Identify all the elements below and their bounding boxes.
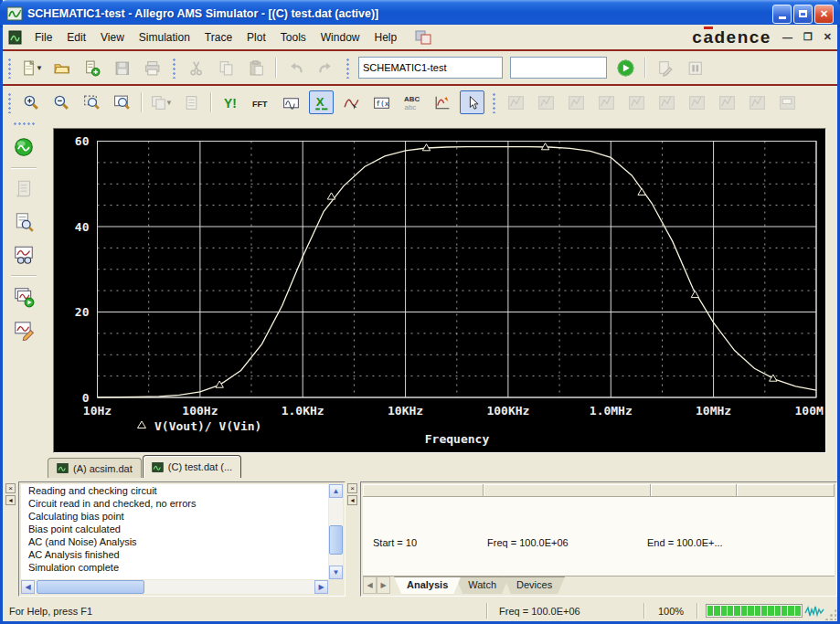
- y-axis-log-button[interactable]: Y!: [218, 90, 243, 114]
- status-tab-strip: ◀ ▶ AnalysisWatchDevices: [363, 576, 835, 594]
- tab-devices[interactable]: Devices: [504, 576, 565, 594]
- column-header[interactable]: [737, 484, 835, 497]
- cursor-search-button: [685, 90, 709, 114]
- measurement-expression-button[interactable]: f(x): [369, 90, 394, 114]
- view-simulation-queue-button[interactable]: [10, 241, 37, 269]
- tab-scroll-right-icon[interactable]: ▶: [377, 576, 390, 594]
- edit-simulation-settings-button[interactable]: [10, 316, 37, 344]
- progress-cell: [714, 606, 719, 616]
- new-simulation-profile-button[interactable]: [80, 56, 104, 79]
- svg-text:1.0KHz: 1.0KHz: [282, 404, 324, 418]
- document-icon: [7, 29, 24, 46]
- view-output-file-button[interactable]: [10, 208, 37, 236]
- sidebar-drag-handle[interactable]: [13, 122, 35, 127]
- cursor-toggle-button[interactable]: [460, 90, 484, 114]
- log-close-icon[interactable]: ×: [5, 483, 16, 493]
- simulation-status-box: Start = 10 Freq = 100.0E+06 End = 100.0E…: [360, 481, 837, 597]
- plot-window: 020406010Hz100Hz1.0KHz10KHz100KHz1.0MHz1…: [43, 119, 837, 481]
- toolbar-separator: [141, 92, 143, 112]
- toolbar-drag-handle[interactable]: [345, 57, 350, 79]
- log-line: Reading and checking circuit: [21, 484, 328, 497]
- toolbar-drag-handle[interactable]: [6, 91, 12, 113]
- run-button[interactable]: [613, 56, 638, 79]
- frequency-response-chart: 020406010Hz100Hz1.0KHz10KHz100KHz1.0MHz1…: [54, 129, 824, 450]
- mdi-restore-button[interactable]: ❐: [803, 31, 813, 43]
- toolbar-drag-handle[interactable]: [491, 91, 496, 113]
- scroll-left-icon[interactable]: ◀: [21, 580, 35, 594]
- tab-analysis[interactable]: Analysis: [394, 576, 461, 594]
- fft-button[interactable]: FFT: [249, 90, 273, 114]
- x-axis-log-button[interactable]: X: [309, 90, 334, 114]
- toolbar-drag-handle[interactable]: [171, 57, 176, 79]
- menu-help[interactable]: Help: [367, 27, 404, 48]
- menu-trace[interactable]: Trace: [197, 27, 239, 48]
- progress-cell: [768, 606, 773, 616]
- tab-scroll-left-icon[interactable]: ◀: [363, 576, 377, 594]
- text-label-button[interactable]: ABCabc: [399, 90, 424, 114]
- status-close-icon[interactable]: ×: [347, 483, 357, 493]
- maximize-button[interactable]: [793, 5, 813, 24]
- paste-button: [244, 56, 269, 79]
- simulation-profile-combobox[interactable]: [358, 57, 503, 79]
- window-title: SCHEMATIC1-test - Allegro AMS Simulator …: [27, 7, 771, 20]
- zoom-fit-button[interactable]: [110, 90, 134, 114]
- open-file-button[interactable]: [49, 56, 74, 79]
- column-header[interactable]: [651, 484, 737, 497]
- column-header[interactable]: [484, 484, 651, 497]
- mdi-close-button[interactable]: ✕: [824, 31, 832, 43]
- scroll-down-icon[interactable]: ▼: [329, 566, 343, 579]
- schematic-link-icon[interactable]: [413, 28, 433, 47]
- log-horizontal-scrollbar[interactable]: ◀ ▶: [21, 580, 328, 594]
- menu-file[interactable]: File: [27, 27, 59, 48]
- menu-plot[interactable]: Plot: [239, 27, 273, 48]
- close-button[interactable]: ✕: [814, 5, 834, 24]
- scroll-thumb[interactable]: [329, 525, 343, 555]
- progress-cell: [741, 606, 747, 616]
- menu-tools[interactable]: Tools: [273, 27, 314, 48]
- scroll-up-icon[interactable]: ▲: [329, 484, 343, 498]
- run-target-combobox[interactable]: [510, 57, 607, 79]
- scroll-thumb[interactable]: [37, 580, 144, 594]
- sim-end-value: End = 100.0E+...: [647, 537, 723, 548]
- performance-analysis-button[interactable]: [279, 90, 303, 114]
- plot-tab[interactable]: (A) acsim.dat: [48, 458, 142, 478]
- scroll-right-icon[interactable]: ▶: [314, 580, 328, 594]
- docked-panels: × ◂ Reading and checking circuitCircuit …: [3, 481, 837, 598]
- zoom-in-button[interactable]: [19, 90, 44, 114]
- log-pin-icon[interactable]: ◂: [5, 495, 16, 505]
- tab-watch[interactable]: Watch: [455, 576, 509, 594]
- simulation-results-button[interactable]: [10, 133, 37, 161]
- zoom-out-button[interactable]: [49, 90, 74, 114]
- new-simulation-button[interactable]: ▼: [19, 56, 44, 79]
- svg-text:Frequency: Frequency: [425, 432, 490, 446]
- copy-to-clipboard-button: ▼: [149, 90, 174, 114]
- column-header[interactable]: [363, 484, 484, 497]
- evaluate-measurement-button[interactable]: [339, 90, 364, 114]
- waveform-file-icon: [152, 461, 164, 473]
- cursor-min-button: [594, 90, 619, 114]
- progress-cell: [795, 606, 801, 616]
- title-bar[interactable]: SCHEMATIC1-test - Allegro AMS Simulator …: [0, 0, 840, 27]
- svg-text:100KHz: 100KHz: [486, 404, 529, 418]
- menu-window[interactable]: Window: [314, 27, 367, 48]
- output-log-list[interactable]: Reading and checking circuitCircuit read…: [21, 484, 328, 579]
- zoom-area-button[interactable]: [80, 90, 104, 114]
- menu-bar: FileEditViewSimulationTracePlotToolsWind…: [3, 25, 837, 49]
- run-queued-simulations-button[interactable]: [10, 283, 37, 311]
- status-pin-icon[interactable]: ◂: [347, 495, 357, 505]
- minimize-button[interactable]: [772, 5, 792, 24]
- toolbar-drag-handle[interactable]: [6, 57, 12, 79]
- analysis-status-body: Start = 10 Freq = 100.0E+06 End = 100.0E…: [363, 497, 835, 576]
- waveform-file-icon: [57, 462, 69, 474]
- progress-cell: [761, 606, 767, 616]
- menu-view[interactable]: View: [93, 27, 132, 48]
- plot-tab[interactable]: (C) test.dat (...: [143, 455, 241, 478]
- menu-edit[interactable]: Edit: [59, 27, 93, 48]
- log-vertical-scrollbar[interactable]: ▲ ▼: [329, 484, 343, 579]
- waveform-plot[interactable]: 020406010Hz100Hz1.0KHz10KHz100KHz1.0MHz1…: [53, 128, 826, 453]
- view-netlist-button: [10, 175, 37, 203]
- svg-text:40: 40: [75, 220, 90, 234]
- mark-data-points-button[interactable]: [430, 90, 454, 114]
- menu-simulation[interactable]: Simulation: [132, 27, 197, 48]
- mdi-minimize-button[interactable]: —: [782, 32, 792, 43]
